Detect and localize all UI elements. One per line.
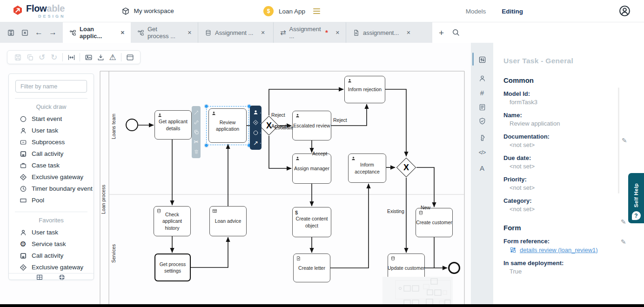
scissors-button[interactable]: ✂ [192, 139, 201, 145]
end-event[interactable] [448, 262, 460, 274]
bpmn-canvas[interactable]: ↺↻⚠ Quick drawStart eventUser taskSubpro… [0, 43, 471, 307]
palette-item-call-activity[interactable]: Call activity [9, 148, 94, 160]
workspace-selector[interactable]: My workspace [121, 7, 174, 15]
form-reference-link[interactable]: details review (loan_review1) [520, 247, 598, 254]
person-button[interactable] [250, 109, 262, 115]
palette-item-user-task[interactable]: User task [9, 125, 94, 136]
grid-button[interactable] [36, 274, 44, 282]
tab-close-icon[interactable]: ✕ [405, 29, 412, 37]
palette-item-user-task[interactable]: User task [9, 227, 94, 238]
arrow-right-button[interactable]: → [47, 27, 58, 38]
properties-panel-button[interactable] [124, 51, 136, 63]
save-button[interactable] [12, 51, 24, 63]
task-get-applicant-details[interactable]: Get applicant details [154, 110, 192, 140]
field-label: Name: [503, 112, 644, 119]
task-label: Create customer [416, 219, 452, 226]
edit-form-reference-icon[interactable]: ✎ [621, 219, 626, 225]
gateway-x-button[interactable] [250, 120, 262, 126]
gateway-x-icon [20, 264, 27, 271]
task-inform-acceptance[interactable]: Inform acceptance [348, 154, 386, 183]
tab-search-button[interactable] [451, 28, 461, 37]
arrow-ne-button[interactable]: ↗ [250, 140, 262, 146]
tab-close-icon[interactable]: ✕ [259, 29, 266, 37]
selection-handle[interactable] [204, 143, 208, 147]
tab-close-icon[interactable]: ✕ [119, 29, 126, 37]
rail-tab-verification[interactable] [471, 115, 493, 127]
edit-common-icon[interactable]: ✎ [622, 137, 627, 144]
avatar-icon [618, 5, 631, 17]
wand-button[interactable] [192, 110, 201, 115]
palette-item-subprocess[interactable]: Subprocess [9, 136, 94, 148]
circle-o-button[interactable] [250, 130, 262, 136]
tab-close-icon[interactable]: ✕ [186, 29, 193, 37]
properties-panel: User Task - General CommonModel Id:formT… [493, 43, 644, 307]
nav-item-models[interactable]: Models [466, 8, 486, 15]
task-escalated-review[interactable]: Escalated review [292, 111, 331, 140]
trash-button[interactable] [192, 149, 201, 154]
gateway-gateway-customer[interactable]: X [396, 157, 416, 178]
nav-item-editing[interactable]: Editing [502, 8, 523, 15]
tab-4[interactable]: ⇄Assignment ...*✕ [273, 22, 346, 43]
rail-tab-extensions[interactable] [471, 132, 493, 144]
copy-button[interactable] [192, 129, 201, 135]
properties-title: User Task - General [503, 57, 644, 65]
edit-same-deployment-icon[interactable]: ✎ [621, 239, 626, 245]
fit-width-button[interactable] [65, 51, 77, 63]
copy-button[interactable] [24, 51, 36, 63]
palette-item-call-activity[interactable]: Call activity [9, 250, 94, 261]
undo-button[interactable]: ↺ [36, 51, 48, 63]
tab-3[interactable]: Assignment ...✕ [198, 22, 273, 43]
validate-button[interactable]: ⚠ [107, 51, 119, 63]
task-check-applicant-history[interactable]: Check applicant history [154, 206, 191, 236]
palette-item-case-task[interactable]: Case task [9, 160, 94, 171]
palette-item-exclusive-gateway[interactable]: Exclusive gateway [9, 171, 94, 183]
palette-item-service-task[interactable]: ⚙Service task [9, 238, 94, 250]
task-review-application[interactable]: Review application [208, 108, 247, 143]
task-inform-rejection[interactable]: Inform rejection [344, 76, 385, 103]
link-button[interactable] [192, 120, 201, 125]
field-label: Priority: [503, 176, 644, 183]
self-help-tab[interactable]: Self Help ? [628, 173, 644, 223]
properties-scrollbar[interactable] [618, 87, 619, 194]
app-menu-icon[interactable] [313, 8, 320, 14]
collapse-button[interactable] [58, 274, 67, 282]
app-selector[interactable]: $ Loan App [263, 0, 320, 22]
database-icon [390, 256, 396, 261]
start-event[interactable] [126, 119, 138, 131]
rail-tab-typography[interactable]: A [471, 162, 493, 174]
tab-2[interactable]: Get process ...✕ [131, 22, 198, 43]
package-button[interactable] [6, 27, 16, 38]
palette-item-pool[interactable]: Pool [9, 194, 94, 206]
lane-label-loans-team: Loans team [111, 113, 116, 140]
arrow-left-button[interactable]: ← [34, 27, 44, 38]
process-icon [69, 29, 76, 36]
new-tab-button[interactable]: + [439, 28, 444, 37]
task-create-letter[interactable]: Create letter [293, 254, 330, 282]
link-icon [194, 120, 199, 125]
selection-handle[interactable] [204, 104, 208, 108]
user-avatar-button[interactable] [618, 5, 631, 17]
rail-tab-assignment[interactable] [471, 72, 493, 84]
rail-tab-code[interactable]: </> [471, 147, 493, 159]
palette-filter-input[interactable] [15, 80, 87, 93]
tab-5[interactable]: assignment...✕ [346, 22, 414, 43]
rail-tab-variables[interactable]: # [471, 87, 493, 99]
tab-1[interactable]: Loan applic...✕ [63, 22, 131, 43]
task-get-process-settings[interactable]: Get process settings [154, 254, 191, 281]
palette-item-timer-boundary-event[interactable]: Timer boundary event [9, 183, 94, 194]
rail-tab-documentation[interactable] [471, 101, 493, 113]
tab-close-icon[interactable]: ✕ [334, 29, 341, 37]
minimap[interactable] [382, 277, 453, 307]
rail-tab-general[interactable] [471, 53, 493, 66]
palette-item-exclusive-gateway[interactable]: Exclusive gateway [9, 261, 94, 273]
task-loan-advice[interactable]: Loan advice [209, 206, 247, 236]
export-image-button[interactable] [82, 51, 94, 63]
task-create-customer[interactable]: Create customer [416, 208, 453, 237]
palette-footer [9, 273, 94, 282]
palette-item-start-event[interactable]: Start event [9, 113, 94, 125]
task-create-content-object[interactable]: $Create content object [292, 207, 331, 237]
download-button[interactable] [94, 51, 107, 63]
redo-button[interactable]: ↻ [48, 51, 60, 63]
close-box-button[interactable] [20, 27, 30, 38]
task-assign-manager[interactable]: Assign manager [292, 154, 331, 184]
